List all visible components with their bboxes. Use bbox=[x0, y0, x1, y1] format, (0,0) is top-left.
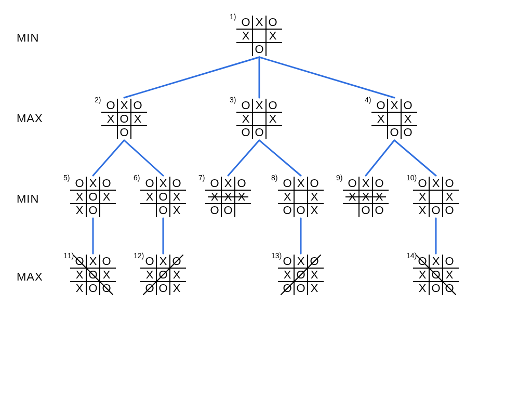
cell-r1-c1: O bbox=[156, 190, 170, 204]
cell-r1-c2: X bbox=[100, 190, 113, 204]
cell-r0-c2: O bbox=[308, 177, 321, 190]
cell-r1-c2: X bbox=[266, 112, 280, 126]
tic-tac-toe-board: OXOXXXOO bbox=[208, 177, 248, 217]
cell-r0-c0: O bbox=[281, 255, 294, 268]
game-node-6: 6)OXOXOXOX bbox=[143, 177, 183, 217]
cell-r1-c0: X bbox=[104, 112, 117, 126]
cell-r0-c0: O bbox=[208, 177, 221, 190]
cell-r0-c2: O bbox=[100, 177, 113, 190]
level-label-max-1: MAX bbox=[17, 112, 43, 125]
tic-tac-toe-board: OXOXOXO bbox=[104, 99, 144, 139]
cell-r0-c0: O bbox=[345, 177, 359, 190]
cell-r0-c0: O bbox=[416, 177, 429, 190]
cell-r1-c2: X bbox=[443, 268, 456, 282]
tic-tac-toe-board: OXOXXXOO bbox=[345, 177, 386, 217]
level-label-min-0: MIN bbox=[17, 31, 39, 45]
game-node-5: 5)OXOXOXXO bbox=[73, 177, 113, 217]
game-node-7: 7)OXOXXXOO bbox=[208, 177, 248, 217]
cell-r0-c1: X bbox=[359, 177, 373, 190]
cell-r0-c2: O bbox=[131, 99, 144, 112]
cell-r1-c0: X bbox=[73, 268, 86, 282]
cell-r2-c1: O bbox=[359, 204, 373, 217]
cell-r0-c1: X bbox=[252, 99, 266, 112]
cell-r0-c0: O bbox=[143, 177, 156, 190]
node-label: 5) bbox=[63, 174, 70, 182]
cell-r1-c2: X bbox=[131, 112, 144, 126]
cell-r0-c1: X bbox=[156, 255, 170, 268]
cell-r0-c2: O bbox=[401, 99, 415, 112]
minimax-tree-diagram: MINMAXMINMAX1)OXOXXO2)OXOXOXO3)OXOXXOO4)… bbox=[0, 0, 532, 399]
tic-tac-toe-board: OXOXOXXO bbox=[73, 177, 113, 217]
cell-r0-c0: O bbox=[374, 99, 388, 112]
game-node-4: 4)OXOXXOO bbox=[374, 99, 415, 139]
cell-r2-c0 bbox=[345, 204, 359, 217]
cell-r0-c0: O bbox=[239, 99, 252, 112]
cell-r1-c1: O bbox=[86, 268, 100, 282]
tic-tac-toe-board: OXOXXOO bbox=[374, 99, 415, 139]
tic-tac-toe-board: OXOXOXOOX bbox=[281, 255, 321, 295]
cell-r1-c2: X bbox=[373, 190, 386, 204]
game-node-8: 8)OXOXXOOX bbox=[281, 177, 321, 217]
cell-r0-c0: O bbox=[104, 99, 117, 112]
cell-r2-c2: O bbox=[100, 282, 113, 295]
cell-r2-c2: X bbox=[170, 204, 183, 217]
cell-r2-c0: X bbox=[416, 204, 429, 217]
game-node-9: 9)OXOXXXOO bbox=[345, 177, 386, 217]
cell-r1-c1 bbox=[252, 29, 266, 43]
cell-r2-c1: O bbox=[86, 282, 100, 295]
cell-r0-c0: O bbox=[281, 177, 294, 190]
edge-3-7 bbox=[228, 140, 259, 176]
cell-r1-c0: X bbox=[239, 112, 252, 126]
cell-r0-c1: X bbox=[429, 177, 443, 190]
node-label: 3) bbox=[230, 96, 236, 104]
cell-r1-c2: X bbox=[100, 268, 113, 282]
cell-r1-c1 bbox=[294, 190, 308, 204]
cell-r2-c2: O bbox=[443, 204, 456, 217]
cell-r0-c1: X bbox=[294, 255, 308, 268]
node-label: 6) bbox=[134, 174, 140, 182]
cell-r0-c0: O bbox=[143, 255, 156, 268]
cell-r2-c0: O bbox=[281, 204, 294, 217]
cell-r1-c0: X bbox=[73, 190, 86, 204]
node-label: 9) bbox=[336, 174, 342, 182]
game-node-13: 13)OXOXOXOOX bbox=[281, 255, 321, 295]
cell-r2-c2: X bbox=[308, 282, 321, 295]
cell-r1-c1: O bbox=[117, 112, 131, 126]
cell-r2-c0 bbox=[104, 126, 117, 139]
node-label: 8) bbox=[271, 174, 277, 182]
cell-r1-c2: X bbox=[443, 190, 456, 204]
cell-r1-c1 bbox=[252, 112, 266, 126]
cell-r2-c1: O bbox=[221, 204, 235, 217]
edge-3-8 bbox=[259, 140, 301, 176]
cell-r1-c1: X bbox=[359, 190, 373, 204]
cell-r0-c1: X bbox=[117, 99, 131, 112]
cell-r0-c2: O bbox=[266, 16, 280, 29]
cell-r2-c2 bbox=[266, 126, 280, 139]
tic-tac-toe-board: OXOXXXOO bbox=[416, 177, 456, 217]
cell-r2-c1: O bbox=[294, 204, 308, 217]
cell-r0-c2: O bbox=[235, 177, 248, 190]
cell-r1-c0: X bbox=[239, 29, 252, 43]
level-label-min-2: MIN bbox=[17, 192, 39, 206]
cell-r1-c2: X bbox=[401, 112, 415, 126]
level-label-max-3: MAX bbox=[17, 270, 43, 284]
cell-r0-c2: O bbox=[373, 177, 386, 190]
game-node-3: 3)OXOXXOO bbox=[239, 99, 280, 139]
tic-tac-toe-board: OXOXXOO bbox=[239, 99, 280, 139]
cell-r1-c2: X bbox=[170, 268, 183, 282]
tic-tac-toe-board: OXOXOXOOX bbox=[143, 255, 183, 295]
cell-r2-c2: X bbox=[308, 204, 321, 217]
cell-r2-c1: O bbox=[429, 204, 443, 217]
cell-r1-c2: X bbox=[308, 268, 321, 282]
cell-r2-c0: O bbox=[143, 282, 156, 295]
game-node-2: 2)OXOXOXO bbox=[104, 99, 144, 139]
cell-r1-c1: O bbox=[429, 268, 443, 282]
cell-r2-c0 bbox=[143, 204, 156, 217]
node-label: 7) bbox=[198, 174, 205, 182]
cell-r0-c2: O bbox=[443, 177, 456, 190]
edge-1-4 bbox=[259, 57, 394, 98]
cell-r2-c2: X bbox=[170, 282, 183, 295]
cell-r1-c1: O bbox=[86, 190, 100, 204]
edge-4-9 bbox=[366, 140, 394, 176]
cell-r1-c1: X bbox=[221, 190, 235, 204]
